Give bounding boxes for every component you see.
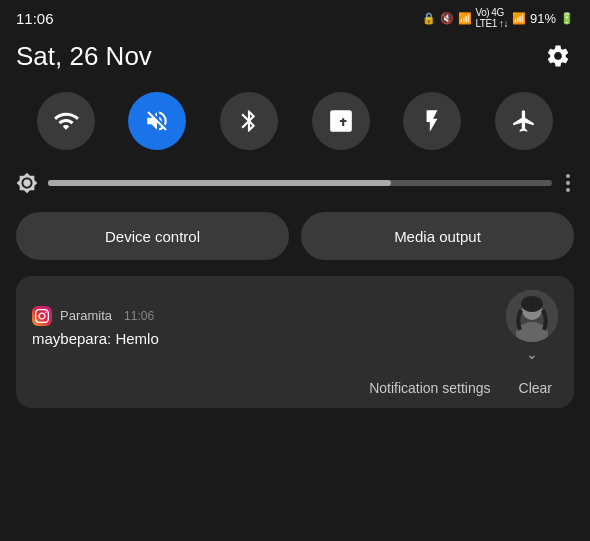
notification-time: 11:06 xyxy=(124,309,154,323)
notification-app-name: Paramita xyxy=(60,308,112,323)
notification-clear-button[interactable]: Clear xyxy=(513,378,558,398)
battery-icon: 🔋 xyxy=(560,12,574,25)
expand-notification-icon[interactable]: ⌄ xyxy=(526,346,538,362)
mute-icon: 🔇 xyxy=(440,12,454,25)
notification-settings-button[interactable]: Notification settings xyxy=(363,378,496,398)
lock-icon: 🔒 xyxy=(422,12,436,25)
more-options-button[interactable] xyxy=(562,170,574,196)
battery-text: 91% xyxy=(530,11,556,26)
notification-header: Paramita 11:06 xyxy=(32,306,506,326)
notification-body-row: Paramita 11:06 maybepara: Hemlo ⌄ xyxy=(32,290,558,362)
status-icons: 🔒 🔇 📶 Vo) 4GLTE1 ↑↓ 📶 91% 🔋 xyxy=(422,7,574,29)
control-buttons: Device control Media output xyxy=(0,212,590,276)
notification-avatar xyxy=(506,290,558,342)
notification-avatar-area: ⌄ xyxy=(506,290,558,362)
svg-point-3 xyxy=(521,296,543,312)
brightness-row xyxy=(0,166,590,212)
brightness-slider[interactable] xyxy=(48,180,552,186)
status-bar: 11:06 🔒 🔇 📶 Vo) 4GLTE1 ↑↓ 📶 91% 🔋 xyxy=(0,0,590,32)
notification-card[interactable]: Paramita 11:06 maybepara: Hemlo ⌄ xyxy=(16,276,574,408)
media-output-button[interactable]: Media output xyxy=(301,212,574,260)
dot-3 xyxy=(566,188,570,192)
wifi-toggle[interactable] xyxy=(37,92,95,150)
mute-toggle[interactable] xyxy=(128,92,186,150)
brightness-icon xyxy=(16,172,38,194)
quick-toggles xyxy=(0,84,590,166)
status-time: 11:06 xyxy=(16,10,54,27)
device-control-button[interactable]: Device control xyxy=(16,212,289,260)
date-row: Sat, 26 Nov xyxy=(0,32,590,84)
signal-icon: 📶 xyxy=(512,12,526,25)
notification-message: maybepara: Hemlo xyxy=(32,330,506,347)
brightness-fill xyxy=(48,180,391,186)
settings-button[interactable] xyxy=(542,40,574,72)
lte-text: Vo) 4GLTE1 ↑↓ xyxy=(476,7,508,29)
instagram-app-icon xyxy=(32,306,52,326)
hotspot-icon: 📶 xyxy=(458,12,472,25)
notification-actions: Notification settings Clear xyxy=(32,372,558,398)
airplane-toggle[interactable] xyxy=(495,92,553,150)
bluetooth-toggle[interactable] xyxy=(220,92,278,150)
date-display: Sat, 26 Nov xyxy=(16,41,152,72)
dot-2 xyxy=(566,181,570,185)
flashlight-toggle[interactable] xyxy=(403,92,461,150)
nfc-toggle[interactable] xyxy=(312,92,370,150)
dot-1 xyxy=(566,174,570,178)
notification-body: Paramita 11:06 maybepara: Hemlo xyxy=(32,306,506,347)
